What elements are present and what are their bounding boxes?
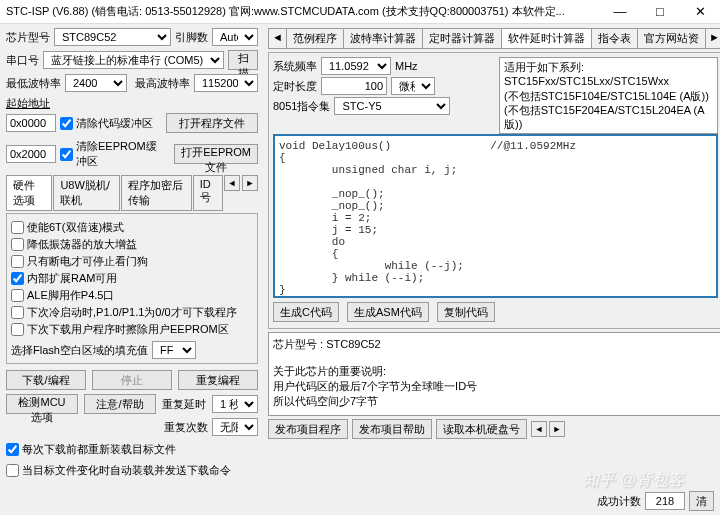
addr1-input[interactable] <box>6 114 56 132</box>
clear-code-checkbox[interactable] <box>60 117 73 130</box>
opt7-label: 下次下载用户程序时擦除用户EEPROM区 <box>27 322 229 337</box>
tab-encrypt[interactable]: 程序加密后传输 <box>121 175 192 211</box>
reload-checkbox[interactable] <box>6 443 19 456</box>
opt5-label: ALE脚用作P4.5口 <box>27 288 114 303</box>
opt6-checkbox[interactable] <box>11 306 24 319</box>
info-box: 芯片型号 : STC89C52 关于此芯片的重要说明: 用户代码区的最后7个字节… <box>268 332 720 416</box>
opt4-label: 内部扩展RAM可用 <box>27 271 117 286</box>
opt4-checkbox[interactable] <box>11 272 24 285</box>
addr2-input[interactable] <box>6 145 56 163</box>
tab-timercalc[interactable]: 定时器计算器 <box>422 28 502 48</box>
minimize-button[interactable]: — <box>606 4 634 19</box>
flash-fill-select[interactable]: FF <box>152 341 196 359</box>
clear-count-button[interactable]: 清 <box>689 491 714 511</box>
tab-id[interactable]: ID号 <box>193 175 223 211</box>
tab-right-arrow[interactable]: ► <box>242 175 258 191</box>
opt7-checkbox[interactable] <box>11 323 24 336</box>
success-label: 成功计数 <box>597 494 641 509</box>
repcount-label: 重复次数 <box>164 420 208 435</box>
pub-help-button[interactable]: 发布项目帮助 <box>352 419 432 439</box>
pub-program-button[interactable]: 发布项目程序 <box>268 419 348 439</box>
tab-hardware[interactable]: 硬件选项 <box>6 175 52 211</box>
startaddr-label: 起始地址 <box>6 96 258 111</box>
tab-delaycalc[interactable]: 软件延时计算器 <box>501 28 592 48</box>
sysfreq-label: 系统频率 <box>273 59 317 74</box>
opt6-label: 下次冷启动时,P1.0/P1.1为0/0才可下载程序 <box>27 305 237 320</box>
detect-mcu-button[interactable]: 检测MCU选项 <box>6 394 78 414</box>
download-button[interactable]: 下载/编程 <box>6 370 86 390</box>
sysfreq-select[interactable]: 11.0592 <box>321 57 391 75</box>
flash-fill-label: 选择Flash空白区域的填充值 <box>11 343 148 358</box>
tab-website[interactable]: 官方网站资 <box>637 28 706 48</box>
instrset-select[interactable]: STC-Y5 <box>334 97 450 115</box>
close-button[interactable]: ✕ <box>686 4 714 19</box>
read-disk-button[interactable]: 读取本机硬盘号 <box>436 419 527 439</box>
open-code-button[interactable]: 打开程序文件 <box>166 113 258 133</box>
delay-label: 定时长度 <box>273 79 317 94</box>
reload-label: 每次下载前都重新装载目标文件 <box>22 442 176 457</box>
opt2-label: 降低振荡器的放大增益 <box>27 237 137 252</box>
pin-label: 引脚数 <box>175 30 208 45</box>
port-select[interactable]: 蓝牙链接上的标准串行 (COM5) <box>43 51 224 69</box>
help-button[interactable]: 注意/帮助 <box>84 394 156 414</box>
tabs-left-arrow[interactable]: ◄ <box>268 28 287 48</box>
clear-eeprom-checkbox[interactable] <box>60 148 73 161</box>
window-title: STC-ISP (V6.88) (销售电话: 0513-55012928) 官网… <box>6 4 606 19</box>
tab-u8w[interactable]: U8W脱机/联机 <box>53 175 120 211</box>
gen-asm-button[interactable]: 生成ASM代码 <box>347 302 429 322</box>
scan-button[interactable]: 扫描 <box>228 50 258 70</box>
tabs-right-arrow[interactable]: ► <box>705 28 720 48</box>
maximize-button[interactable]: □ <box>646 4 674 19</box>
copy-code-button[interactable]: 复制代码 <box>437 302 495 322</box>
clear-code-label: 清除代码缓冲区 <box>76 116 153 131</box>
sysfreq-unit: MHz <box>395 60 418 72</box>
pub-right-arrow[interactable]: ► <box>549 421 565 437</box>
autoload-label: 当目标文件变化时自动装载并发送下载命令 <box>22 463 231 478</box>
chip-select[interactable]: STC89C52 <box>54 28 171 46</box>
clear-eeprom-label: 清除EEPROM缓冲区 <box>76 139 166 169</box>
delay-unit-select[interactable]: 微秒 <box>391 77 435 95</box>
maxbaud-select[interactable]: 115200 <box>194 74 258 92</box>
tab-left-arrow[interactable]: ◄ <box>224 175 240 191</box>
minbaud-select[interactable]: 2400 <box>65 74 127 92</box>
delay-input[interactable] <box>321 77 387 95</box>
reprogram-button[interactable]: 重复编程 <box>178 370 258 390</box>
stop-button[interactable]: 停止 <box>92 370 172 390</box>
chip-label: 芯片型号 <box>6 30 50 45</box>
open-eeprom-button[interactable]: 打开EEPROM文件 <box>174 144 258 164</box>
maxbaud-label: 最高波特率 <box>135 76 190 91</box>
series-note: 适用于如下系列: STC15Fxx/STC15Lxx/STC15Wxx (不包括… <box>499 57 718 134</box>
gen-c-button[interactable]: 生成C代码 <box>273 302 339 322</box>
opt1-checkbox[interactable] <box>11 221 24 234</box>
opt3-label: 只有断电才可停止看门狗 <box>27 254 148 269</box>
minbaud-label: 最低波特率 <box>6 76 61 91</box>
repcount-select[interactable]: 无限 <box>212 418 258 436</box>
repdelay-label: 重复延时 <box>162 397 206 412</box>
autoload-checkbox[interactable] <box>6 464 19 477</box>
opt5-checkbox[interactable] <box>11 289 24 302</box>
opt3-checkbox[interactable] <box>11 255 24 268</box>
pub-left-arrow[interactable]: ◄ <box>531 421 547 437</box>
tab-instr[interactable]: 指令表 <box>591 28 638 48</box>
opt2-checkbox[interactable] <box>11 238 24 251</box>
opt1-label: 使能6T(双倍速)模式 <box>27 220 124 235</box>
tab-example[interactable]: 范例程序 <box>286 28 344 48</box>
pin-select[interactable]: Auto <box>212 28 258 46</box>
watermark: 知乎 @背包客 <box>583 470 684 491</box>
port-label: 串口号 <box>6 53 39 68</box>
instrset-label: 8051指令集 <box>273 99 330 114</box>
success-count <box>645 492 685 510</box>
code-output[interactable]: void Delay100us() //@11.0592MHz { unsign… <box>273 134 718 298</box>
repdelay-select[interactable]: 1 秒 <box>212 395 258 413</box>
tab-baudcalc[interactable]: 波特率计算器 <box>343 28 423 48</box>
